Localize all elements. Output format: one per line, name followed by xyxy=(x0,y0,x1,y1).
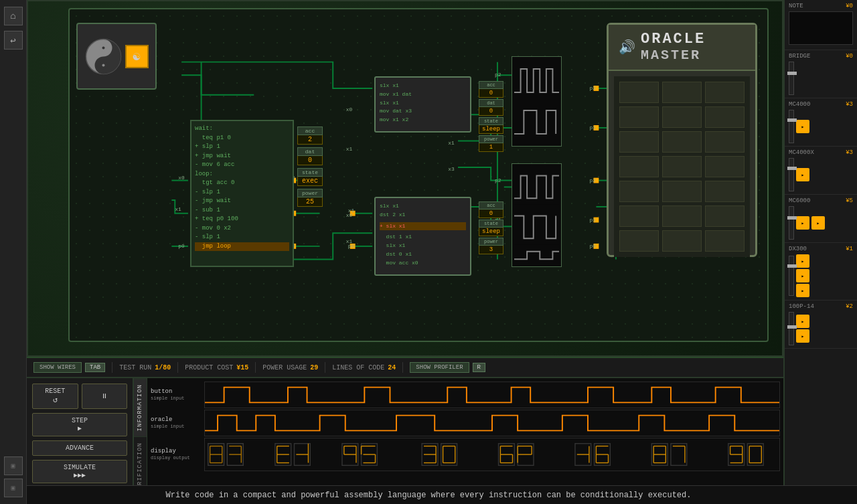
rs-mc4000x-knob[interactable]: ▸ xyxy=(796,168,809,181)
rs-100p14-knobs: ▸ ▸ xyxy=(796,315,809,343)
rs-mc4000x-slider[interactable] xyxy=(789,158,794,191)
lines-of-code-label: LINES OF CODE xyxy=(332,364,384,371)
rs-note: NOTE ¥0 xyxy=(785,0,857,50)
rs-mc4000-controls: ▸ xyxy=(789,110,853,143)
yin-yang-right: ☯ xyxy=(125,45,149,68)
reset-label: RESET xyxy=(45,388,65,395)
rs-100p14-controls: ▸ ▸ xyxy=(789,312,853,345)
p1-state-label: state xyxy=(479,117,503,125)
wave-label-display: display display output xyxy=(151,448,204,462)
rs-dx300-knob2[interactable]: ▸ xyxy=(796,269,809,282)
code-highlight-line: jmp loop xyxy=(195,242,289,252)
svg-text:p2: p2 xyxy=(590,177,597,183)
wave-display-bottom xyxy=(512,163,562,267)
reg-acc-value: 2 xyxy=(297,135,323,145)
simulate-button[interactable]: SIMULATE ▶▶▶ xyxy=(32,460,127,483)
reg-state-label: state xyxy=(297,168,323,177)
lcd-cell xyxy=(619,106,659,128)
simulate-icon: ▶▶▶ xyxy=(74,471,86,479)
rs-100p14-slider[interactable] xyxy=(789,312,794,345)
divider4 xyxy=(325,362,325,373)
wave-name-button: button xyxy=(151,388,204,396)
advance-button[interactable]: ADVANCE xyxy=(32,440,127,456)
rs-bridge-controls xyxy=(789,62,853,95)
sidebar-icon-back[interactable]: ↩ xyxy=(4,31,23,50)
left-sidebar: ⌂ ↩ ▣ ▣ xyxy=(0,0,27,504)
reg-acc-label: acc xyxy=(297,127,323,135)
lcd-cell xyxy=(619,156,659,177)
proc-module-2[interactable]: slx x1 dst 2 x1 + slx x1 dst 1 x1 slx x1… xyxy=(374,197,471,276)
svg-text:x3: x3 xyxy=(448,166,455,172)
pause-icon: ⏸ xyxy=(101,392,108,400)
proc2-regs: acc 0 state sleep power 3 xyxy=(479,201,503,254)
p2-power-label: power xyxy=(479,238,503,246)
rs-dx300-knob3[interactable]: ▸ xyxy=(796,284,809,297)
oracle-lcd-grid xyxy=(614,76,750,257)
rs-dx300-controls: ▸ ▸ ▸ xyxy=(789,254,853,297)
svg-text:p1: p1 xyxy=(590,217,597,223)
rs-mc6000-knob2[interactable]: ▸ xyxy=(811,216,825,230)
p2-acc-val: 0 xyxy=(479,209,503,218)
svg-text:x0: x0 xyxy=(178,175,185,181)
rs-mc4000-knob[interactable]: ▸ xyxy=(796,120,809,133)
show-wires-button[interactable]: SHOW WIRES xyxy=(33,362,82,373)
rs-bridge: BRIDGE ¥0 xyxy=(785,50,857,98)
show-profiler-button[interactable]: SHOW PROFILER xyxy=(410,362,469,373)
sidebar-icon-bottom2[interactable]: ▣ xyxy=(4,479,23,497)
svg-text:p0: p0 xyxy=(178,243,185,249)
divider5 xyxy=(402,362,403,373)
board-inner: 0 0 0 0 0 0 0 xyxy=(68,8,769,342)
lcd-cell xyxy=(619,181,659,202)
sidebar-icon-home[interactable]: ⌂ xyxy=(4,7,23,25)
reg-dat-label: dat xyxy=(297,147,323,156)
power-usage-val: 29 xyxy=(310,364,318,371)
rs-mc6000: MC6000 ¥5 ▸ ▸ xyxy=(785,195,857,243)
rs-100p14-label: 100P-14 ¥2 xyxy=(789,303,853,310)
wave-label-oracle: oracle simple input xyxy=(151,416,204,430)
svg-text:x1: x1 xyxy=(348,207,355,214)
svg-text:p1: p1 xyxy=(590,124,597,131)
reg-power-label: power xyxy=(297,189,323,197)
rs-100p14-knob1[interactable]: ▸ xyxy=(796,315,809,328)
top-buttons: RESET ↺ ⏸ xyxy=(32,384,127,409)
proc-module-1[interactable]: slx x1 mov x1 dat slx x1 mov dat x3 mov … xyxy=(374,76,471,133)
svg-text:p0: p0 xyxy=(348,243,355,249)
rs-dx300-knob1[interactable]: ▸ xyxy=(796,254,809,268)
pause-button[interactable]: ⏸ xyxy=(82,384,128,409)
reg-power-value: 25 xyxy=(297,197,323,207)
product-cost-val: ¥15 xyxy=(236,364,248,371)
rs-bridge-slider[interactable] xyxy=(789,62,794,95)
reset-button[interactable]: RESET ↺ xyxy=(32,384,78,409)
info-tab[interactable]: INFORMATION xyxy=(134,378,147,436)
reg-state-value: exec xyxy=(297,177,323,186)
proc2-highlight: + slx x1 xyxy=(380,222,466,231)
rs-mc6000-text: MC6000 xyxy=(789,197,810,204)
sidebar-icon-bottom1[interactable]: ▣ xyxy=(4,456,23,475)
rs-mc4000-slider[interactable] xyxy=(789,110,794,143)
lcd-cell xyxy=(662,106,702,128)
wave-type-oracle: simple input xyxy=(151,424,204,430)
svg-text:x1: x1 xyxy=(346,146,353,152)
yin-yang-icon xyxy=(85,38,122,75)
code-module[interactable]: wait: teq p1 0 + slp 1 + jmp wait - mov … xyxy=(190,120,294,267)
wave-canvas-oracle xyxy=(204,410,780,436)
step-button[interactable]: STEP ▶ xyxy=(32,413,127,436)
rs-100p14-knob2[interactable]: ▸ xyxy=(796,329,809,343)
oracle-speaker-icon: 🔊 xyxy=(619,39,635,56)
wave-svg-oracle xyxy=(205,410,779,436)
wave-svg-display xyxy=(205,438,779,471)
p1-acc-val: 0 xyxy=(479,89,503,98)
lcd-cell xyxy=(619,230,659,252)
p1-state-val: sleep xyxy=(479,125,503,134)
rs-dx300-slider[interactable] xyxy=(789,256,794,296)
rs-mc6000-knob1[interactable]: ▸ xyxy=(796,216,809,230)
rs-note-text: NOTE xyxy=(789,3,803,9)
main-layout: ⌂ ↩ ▣ ▣ xyxy=(0,0,857,504)
lcd-cell xyxy=(705,131,745,153)
rs-mc4000x-label: MC4000X ¥3 xyxy=(789,149,853,156)
status-bar: SHOW WIRES TAB TEST RUN 1/80 PRODUCT COS… xyxy=(27,357,783,377)
yin-yang-symbol-box: ☯ xyxy=(125,45,149,68)
svg-text:x0: x0 xyxy=(346,106,353,112)
rs-mc6000-slider[interactable] xyxy=(789,206,794,240)
rs-mc4000x-thumb xyxy=(787,167,797,170)
